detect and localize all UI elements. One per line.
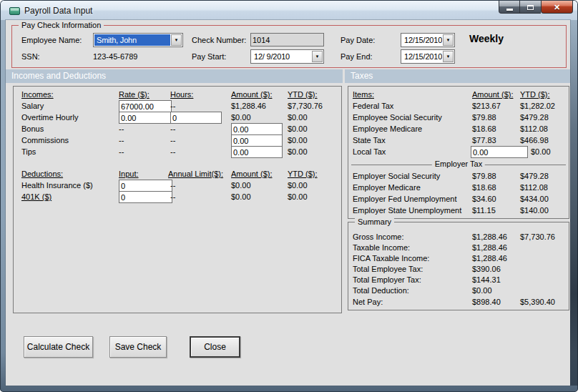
local-tax-input[interactable] <box>471 146 528 158</box>
income-row-label: Overtime Hourly <box>21 113 78 122</box>
tax-row-amount: $18.68 <box>472 124 496 133</box>
pay-end-value: 12/15/2010 <box>402 51 442 62</box>
tax-row-label: Local Tax <box>353 147 386 156</box>
bonus-amount-input[interactable] <box>231 123 283 135</box>
close-icon: ✕ <box>554 1 560 13</box>
deduction-row-annual-limit: -- <box>170 192 175 201</box>
summary-row-amount: $0.00 <box>472 286 492 295</box>
employee-name-combobox[interactable]: Smith, John ▼ <box>93 33 183 47</box>
summary-row-label: Total Employee Tax: <box>353 265 423 273</box>
deduction-row-label: Health Insurance ($) <box>21 181 93 190</box>
minimize-button[interactable] <box>499 1 520 14</box>
pay-date-picker[interactable]: 12/15/2010 ▼ <box>401 33 455 47</box>
save-check-button[interactable]: Save Check <box>109 336 167 358</box>
employer-tax-legend: Employer Tax <box>432 160 485 168</box>
income-row-hours: -- <box>170 136 175 144</box>
salary-rate-input[interactable] <box>119 100 172 112</box>
col-header-input: Input: <box>119 170 139 178</box>
overtime-rate-input[interactable] <box>119 112 172 124</box>
tips-amount-input[interactable] <box>231 146 283 158</box>
401k-link[interactable]: 401K ($) <box>21 192 52 201</box>
income-row-ytd: $0.00 <box>288 113 308 122</box>
income-row-hours: -- <box>170 147 175 156</box>
income-row-amount: $0.00 <box>231 113 251 122</box>
pay-frequency-label: Weekly <box>469 33 504 44</box>
income-row-rate: -- <box>119 147 124 156</box>
incomes-section-header: Incomes and Deductions <box>6 69 343 83</box>
minimize-icon <box>506 9 513 11</box>
col-header-amount: Amount ($): <box>231 90 272 99</box>
tax-row-ytd: $466.98 <box>520 136 549 144</box>
tax-row-ytd: $434.00 <box>520 195 549 203</box>
health-insurance-input[interactable] <box>119 180 172 192</box>
maximize-button[interactable] <box>520 1 541 14</box>
caption-buttons: ✕ <box>499 1 573 14</box>
pay-start-value: 12/ 9/2010 <box>252 51 311 62</box>
summary-row-label: Total Employer Tax: <box>353 275 421 284</box>
summary-row-label: Gross Income: <box>353 232 404 241</box>
summary-row-label: FICA Taxable Income: <box>353 254 429 263</box>
summary-row-amount: $390.06 <box>472 265 501 273</box>
col-header-items: Items: <box>353 90 374 99</box>
tax-row-amount: $77.83 <box>472 136 496 144</box>
taxes-section-header: Taxes <box>345 69 570 83</box>
summary-row-label: Net Pay: <box>353 298 383 306</box>
summary-row-amount: $1,288.46 <box>472 243 507 252</box>
chevron-down-icon[interactable]: ▼ <box>443 34 454 46</box>
col-header-ytd: YTD ($): <box>288 170 318 178</box>
col-header-hours: Hours: <box>170 90 193 99</box>
chevron-down-icon[interactable]: ▼ <box>312 51 323 62</box>
col-header-rate: Rate ($): <box>119 90 150 99</box>
tax-row-label: Employee Social Security <box>353 113 442 122</box>
deduction-row-amount: $0.00 <box>231 181 251 190</box>
check-number-label: Check Number: <box>192 36 246 44</box>
summary-row-label: Total Deduction: <box>353 286 409 295</box>
income-row-hours: -- <box>170 102 175 110</box>
tax-row-ytd: $112.08 <box>520 183 548 192</box>
summary-row-ytd: $5,390.40 <box>520 298 555 306</box>
income-row-ytd: $0.00 <box>288 147 308 156</box>
income-row-label: Bonus <box>21 124 44 133</box>
tax-row-ytd: $112.08 <box>520 124 548 133</box>
income-row-amount: $1,288.46 <box>231 102 266 110</box>
employer-tax-groupline: Employer Tax <box>351 165 566 165</box>
summary-row-amount: $898.40 <box>472 298 501 306</box>
income-row-label: Tips <box>21 147 36 156</box>
income-row-ytd: $7,730.76 <box>288 102 323 110</box>
pay-start-picker[interactable]: 12/ 9/2010 ▼ <box>250 49 324 64</box>
col-header-ytd: YTD ($): <box>520 90 550 99</box>
tax-row-amount: $79.88 <box>472 113 496 122</box>
commissions-amount-input[interactable] <box>231 134 283 147</box>
overtime-hours-input[interactable] <box>170 112 222 124</box>
401k-input[interactable] <box>119 191 172 203</box>
tax-row-amount: $34.60 <box>472 195 496 203</box>
pay-start-label: Pay Start: <box>192 52 226 61</box>
income-row-ytd: $0.00 <box>288 124 308 133</box>
chevron-down-icon[interactable]: ▼ <box>443 51 454 62</box>
ssn-value: 123-45-6789 <box>93 52 137 61</box>
deduction-row-amount: $0.00 <box>231 192 251 201</box>
summary-row-ytd: $7,730.76 <box>520 232 555 241</box>
employee-name-label: Employee Name: <box>21 36 82 44</box>
calculate-check-button[interactable]: Calculate Check <box>24 336 93 358</box>
chevron-down-icon[interactable]: ▼ <box>171 34 182 46</box>
tax-row-ytd: $479.28 <box>520 172 549 180</box>
income-row-label: Commissions <box>21 136 69 144</box>
tax-row-ytd: $1,282.02 <box>520 102 555 110</box>
close-button[interactable]: Close <box>190 336 240 358</box>
employee-name-value: Smith, John <box>94 34 170 46</box>
pay-end-picker[interactable]: 12/15/2010 ▼ <box>401 49 455 64</box>
ssn-label: SSN: <box>21 52 40 61</box>
close-window-button[interactable]: ✕ <box>541 1 573 14</box>
tax-row-label: Federal Tax <box>353 102 393 110</box>
tax-row-amount: $18.68 <box>472 183 496 192</box>
summary-legend: Summary <box>355 217 394 226</box>
tax-row-label: Employer Fed Unemployment <box>353 195 457 203</box>
summary-row-amount: $144.31 <box>472 275 501 284</box>
income-row-rate: -- <box>119 136 124 144</box>
maximize-icon <box>527 5 534 10</box>
col-header-incomes: Incomes: <box>21 90 54 99</box>
check-number-field[interactable] <box>250 33 324 46</box>
tax-row-label: Employer Social Security <box>353 172 440 180</box>
tax-row-label: Employee Medicare <box>353 124 422 133</box>
